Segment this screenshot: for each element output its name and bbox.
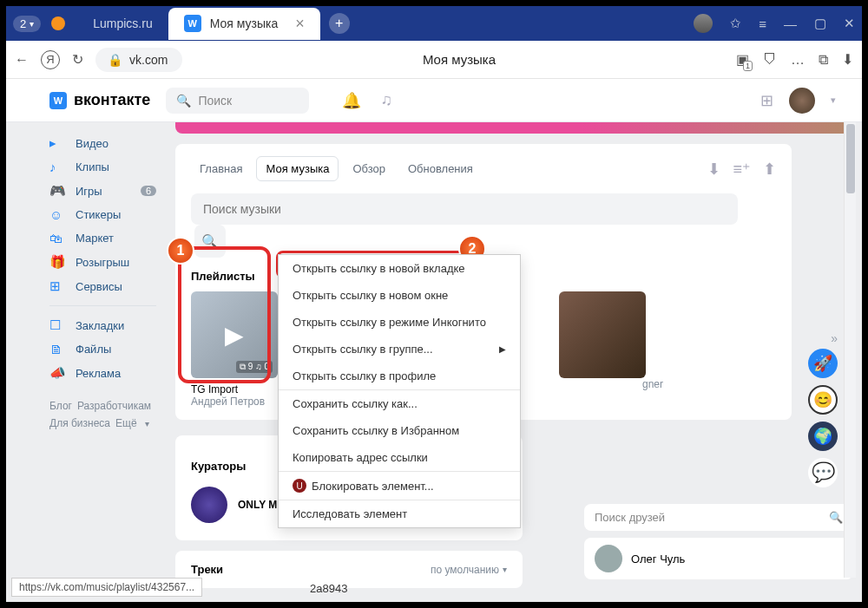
minimize-icon[interactable]: —: [784, 16, 797, 31]
chevron-down-icon: ▾: [503, 565, 507, 574]
banner: [175, 122, 853, 134]
user-avatar[interactable]: [789, 88, 815, 114]
sidebar-item-services[interactable]: ⊞Сервисы: [49, 274, 156, 298]
ctx-open-profile[interactable]: Открыть ссылку в профиле: [279, 363, 520, 389]
more-icon[interactable]: …: [791, 52, 805, 68]
music-tabs: Главная Моя музыка Обзор Обновления ⬇ ≡⁺…: [191, 156, 776, 181]
menu-icon[interactable]: ≡: [759, 16, 766, 31]
tab-my-music[interactable]: Моя музыка: [256, 156, 339, 181]
lock-icon: 🔒: [108, 53, 122, 67]
tab-overview[interactable]: Обзор: [344, 157, 394, 180]
vk-icon: W: [49, 92, 67, 109]
track-id: 2a8943: [310, 582, 347, 595]
friends-search[interactable]: Поиск друзей 🔍: [584, 504, 853, 531]
clips-icon: ♪: [49, 160, 67, 174]
sidebar-item-ads[interactable]: 📣Реклама: [49, 361, 156, 385]
chevron-right-icon: ▶: [499, 344, 506, 354]
ctx-open-new-tab[interactable]: Открыть ссылку в новой вкладке: [279, 255, 520, 282]
lumpics-favicon: [51, 16, 65, 30]
sticker-item[interactable]: 😊: [808, 385, 838, 415]
file-icon: 🗎: [49, 342, 67, 356]
vk-icon: W: [184, 15, 201, 32]
bookmark-icon: ☐: [49, 317, 67, 333]
browser-tab-bar: 2 ▾ Lumpics.ru W Моя музыка × + ✩ ≡ — ▢ …: [6, 6, 862, 41]
video-icon: ▸: [49, 135, 67, 151]
profile-avatar[interactable]: [694, 14, 713, 33]
sidebar-item-market[interactable]: 🛍Маркет: [49, 226, 156, 250]
bell-icon[interactable]: 🔔: [342, 91, 361, 110]
ctx-open-new-window[interactable]: Открыть ссылку в новом окне: [279, 282, 520, 309]
music-search-input[interactable]: [191, 193, 738, 225]
collapse-chevron[interactable]: »: [831, 331, 838, 345]
sidebar-item-clips[interactable]: ♪Клипы: [49, 155, 156, 179]
tab-updates[interactable]: Обновления: [399, 157, 482, 180]
tab-counter[interactable]: 2 ▾: [13, 16, 41, 32]
bookmark-icon[interactable]: ✩: [730, 16, 741, 31]
annotation-box-1: [178, 246, 271, 383]
playlist-other[interactable]: gner: [559, 291, 663, 390]
yandex-icon[interactable]: Я: [41, 50, 60, 69]
tab-vk-active[interactable]: W Моя музыка ×: [168, 8, 320, 40]
shield-icon[interactable]: ⛉: [763, 52, 777, 68]
services-grid-icon[interactable]: ⊞: [760, 91, 773, 110]
sidebar-item-video[interactable]: ▸Видео: [49, 131, 156, 155]
ads-icon: 📣: [49, 365, 67, 381]
search-icon: 🔍: [176, 94, 191, 108]
extension-icon[interactable]: ⧉: [819, 52, 828, 68]
friend-row[interactable]: Олег Чуль: [584, 538, 853, 579]
scrollbar[interactable]: [844, 122, 856, 578]
games-icon: 🎮: [49, 183, 67, 199]
ctx-save-as[interactable]: Сохранить ссылку как...: [279, 390, 520, 417]
upload-icon[interactable]: ⬆: [763, 160, 776, 179]
sticker-item[interactable]: 🚀: [808, 349, 838, 378]
chevron-down-icon: ▾: [30, 19, 34, 29]
friend-avatar: [595, 545, 622, 572]
music-icon[interactable]: ♫: [380, 91, 392, 110]
annotation-badge-1: 1: [167, 237, 194, 265]
playlist-add-icon[interactable]: ≡⁺: [733, 160, 751, 179]
close-tab-icon[interactable]: ×: [295, 15, 305, 33]
sticker-chat[interactable]: 💬: [808, 458, 838, 487]
chevron-down-icon[interactable]: ▾: [831, 95, 836, 106]
back-icon[interactable]: ←: [15, 52, 29, 68]
services-icon: ⊞: [49, 278, 67, 294]
sidebar: ▸Видео ♪Клипы 🎮Игры6 ☺Стикеры 🛍Маркет 🎁Р…: [6, 122, 167, 602]
maximize-icon[interactable]: ▢: [814, 16, 826, 31]
status-bar: https://vk.com/music/playlist/432567...: [11, 578, 202, 597]
market-icon: 🛍: [49, 231, 67, 245]
sidebar-item-stickers[interactable]: ☺Стикеры: [49, 203, 156, 226]
search-icon: 🔍: [829, 511, 843, 524]
sidebar-item-giveaway[interactable]: 🎁Розыгрыш: [49, 250, 156, 274]
context-menu: Открыть ссылку в новой вкладке Открыть с…: [278, 254, 521, 528]
ctx-open-group[interactable]: Открыть ссылку в группе...▶: [279, 336, 520, 363]
ctx-copy-link[interactable]: Копировать адрес ссылки: [279, 444, 520, 471]
new-tab-button[interactable]: +: [329, 13, 350, 34]
download-icon[interactable]: ⬇: [707, 160, 720, 179]
ctx-inspect[interactable]: Исследовать элемент: [279, 500, 520, 527]
ctx-block-element[interactable]: UБлокировать элемент...: [279, 472, 520, 500]
url-field[interactable]: 🔒 vk.com: [95, 48, 182, 72]
close-window-icon[interactable]: ✕: [844, 16, 855, 31]
sort-dropdown[interactable]: по умолчанию ▾: [431, 564, 507, 576]
address-bar: ← Я ↻ 🔒 vk.com Моя музыка ▣ ⛉ … ⧉ ⬇: [6, 41, 862, 79]
ublock-icon: U: [293, 479, 306, 493]
vk-search[interactable]: 🔍 Поиск: [166, 88, 309, 114]
reload-icon[interactable]: ↻: [72, 51, 83, 68]
sidebar-item-files[interactable]: 🗎Файлы: [49, 337, 156, 361]
ctx-open-incognito[interactable]: Открыть ссылку в режиме Инкогнито: [279, 309, 520, 336]
sidebar-footer: БлогРазработчикам Для бизнесаЕщё ▾: [49, 397, 156, 433]
section-tracks: Треки: [191, 563, 223, 576]
collections-icon[interactable]: ▣: [736, 51, 749, 68]
tab-lumpics[interactable]: Lumpics.ru: [77, 10, 168, 37]
sticker-panel: 🚀 😊 🌍 💬: [808, 349, 838, 487]
ctx-save-favorite[interactable]: Сохранить ссылку в Избранном: [279, 417, 520, 444]
gift-icon: 🎁: [49, 254, 67, 270]
playlist-cover[interactable]: [559, 291, 646, 378]
sidebar-item-games[interactable]: 🎮Игры6: [49, 179, 156, 203]
tab-main[interactable]: Главная: [191, 157, 251, 180]
vk-logo[interactable]: W вконтакте: [49, 91, 150, 109]
sticker-item[interactable]: 🌍: [808, 422, 838, 451]
sidebar-item-bookmarks[interactable]: ☐Закладки: [49, 313, 156, 337]
download-icon[interactable]: ⬇: [842, 51, 853, 68]
stickers-icon: ☺: [49, 207, 67, 222]
